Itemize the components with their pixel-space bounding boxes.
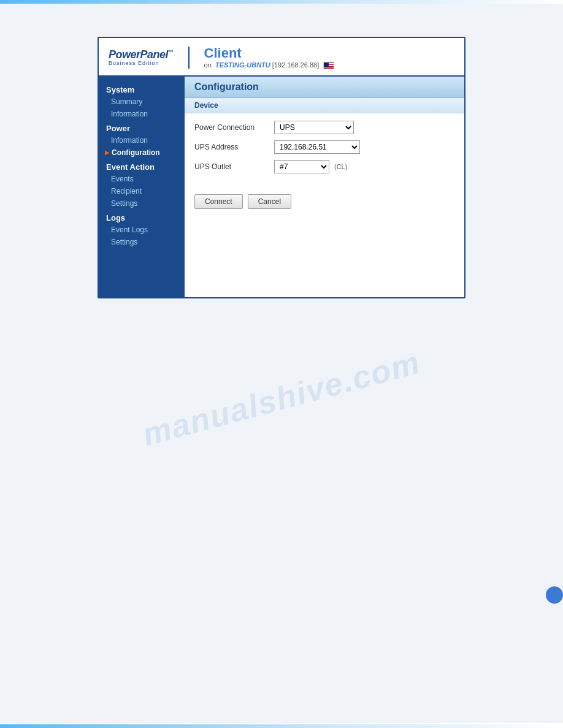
flag-icon	[323, 62, 334, 69]
content-title: Configuration	[185, 77, 464, 98]
button-row: Connect Cancel	[185, 187, 464, 219]
connect-button[interactable]: Connect	[194, 194, 243, 209]
logo-divider	[188, 47, 190, 69]
ups-address-select[interactable]: 192.168.26.51	[274, 140, 360, 154]
cl-label: (CL)	[334, 163, 347, 170]
sidebar-item-event-settings[interactable]: Settings	[99, 197, 185, 210]
sidebar-group-power: Power	[99, 120, 185, 134]
client-area: Client on TESTING-UBNTU [192.168.26.88]	[204, 45, 335, 69]
sidebar-item-summary[interactable]: Summary	[99, 96, 185, 108]
content-area: Configuration Device Power Connection UP…	[185, 77, 464, 297]
ups-address-control: 192.168.26.51	[274, 140, 360, 154]
ups-outlet-select[interactable]: #7 #1 #2 #3 #4 #5 #6	[274, 160, 329, 173]
power-connection-label: Power Connection	[194, 123, 274, 132]
cancel-button[interactable]: Cancel	[248, 194, 291, 209]
logo-powerpanel: PowerPanel™	[109, 48, 174, 61]
ups-outlet-control: #7 #1 #2 #3 #4 #5 #6 (CL)	[274, 160, 347, 173]
sidebar: System Summary Information Power Informa…	[99, 77, 185, 297]
hostname: TESTING-UBNTU	[215, 61, 270, 69]
sidebar-item-power-information[interactable]: Information	[99, 134, 185, 146]
client-title: Client	[204, 45, 335, 61]
power-connection-control: UPS Direct	[274, 121, 354, 134]
page-background: PowerPanel™ Business Edition Client on T…	[0, 0, 563, 723]
content-section: Device	[185, 98, 464, 113]
top-stripe	[0, 0, 563, 4]
sidebar-item-events[interactable]: Events	[99, 173, 185, 185]
ups-address-label: UPS Address	[194, 143, 274, 151]
ups-outlet-row: UPS Outlet #7 #1 #2 #3 #4 #5 #6	[194, 160, 454, 173]
logo-tm: ™	[168, 49, 174, 55]
logo-area: PowerPanel™ Business Edition	[109, 48, 174, 66]
sidebar-group-event-action: Event Action	[99, 159, 185, 173]
panel-body: System Summary Information Power Informa…	[99, 77, 464, 297]
on-label: on	[204, 61, 212, 69]
sidebar-group-logs: Logs	[99, 210, 185, 224]
client-subtitle: on TESTING-UBNTU [192.168.26.88]	[204, 61, 335, 69]
logo-text: PowerPanel	[109, 48, 168, 61]
ip-address: [192.168.26.88]	[272, 61, 319, 69]
power-connection-row: Power Connection UPS Direct	[194, 121, 454, 134]
main-panel: PowerPanel™ Business Edition Client on T…	[98, 37, 465, 298]
ups-address-row: UPS Address 192.168.26.51	[194, 140, 454, 154]
watermark: manualshive.com	[139, 344, 424, 453]
sidebar-item-event-logs[interactable]: Event Logs	[99, 224, 185, 236]
bottom-stripe	[0, 724, 563, 728]
sidebar-item-configuration[interactable]: Configuration	[99, 146, 185, 159]
panel-header: PowerPanel™ Business Edition Client on T…	[99, 38, 464, 77]
sidebar-item-recipient[interactable]: Recipient	[99, 185, 185, 197]
power-connection-select[interactable]: UPS Direct	[274, 121, 354, 134]
logo-edition: Business Edition	[109, 60, 159, 66]
sidebar-item-system-information[interactable]: Information	[99, 108, 185, 120]
pagination-circle[interactable]	[546, 586, 563, 604]
sidebar-group-system: System	[99, 82, 185, 96]
ups-outlet-label: UPS Outlet	[194, 162, 274, 171]
sidebar-item-logs-settings[interactable]: Settings	[99, 236, 185, 248]
form-area: Power Connection UPS Direct UPS Address	[185, 113, 464, 187]
